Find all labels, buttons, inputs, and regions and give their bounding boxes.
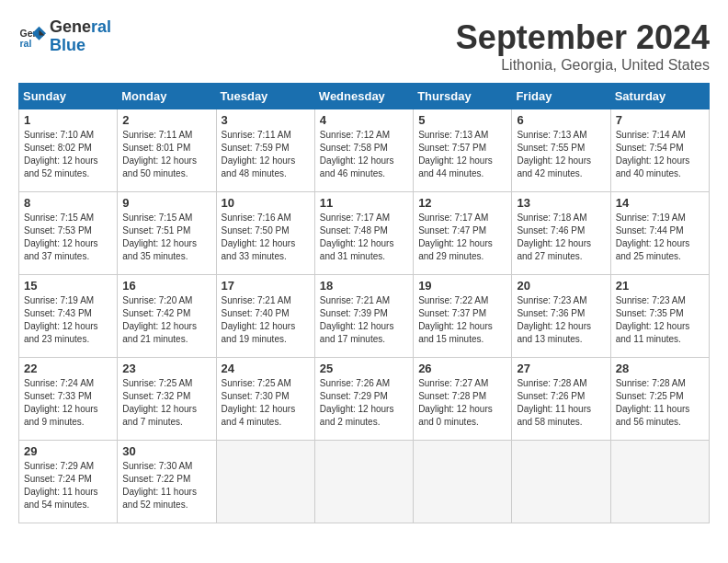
day-info: Sunrise: 7:18 AM Sunset: 7:46 PM Dayligh… bbox=[517, 212, 605, 263]
sunset-label: Sunset: 7:47 PM bbox=[418, 225, 486, 236]
day-info: Sunrise: 7:26 AM Sunset: 7:29 PM Dayligh… bbox=[320, 377, 408, 429]
logo-icon: Gene ral bbox=[18, 23, 46, 51]
day-number: 12 bbox=[418, 196, 506, 210]
sunrise-label: Sunrise: 7:30 AM bbox=[122, 461, 192, 471]
day-number: 7 bbox=[616, 113, 704, 127]
col-friday: Friday bbox=[512, 84, 610, 109]
day-number: 24 bbox=[222, 362, 310, 375]
table-row: 28 Sunrise: 7:28 AM Sunset: 7:25 PM Dayl… bbox=[610, 358, 709, 441]
day-number: 29 bbox=[24, 444, 112, 458]
daylight-label: Daylight: 12 hours and 31 minutes. bbox=[320, 238, 394, 261]
day-number: 28 bbox=[616, 362, 704, 375]
sunset-label: Sunset: 7:57 PM bbox=[418, 143, 486, 153]
sunrise-label: Sunrise: 7:11 AM bbox=[122, 130, 192, 140]
sunset-label: Sunset: 7:54 PM bbox=[616, 143, 684, 153]
calendar-row: 1 Sunrise: 7:10 AM Sunset: 8:02 PM Dayli… bbox=[19, 109, 710, 192]
sunrise-label: Sunrise: 7:17 AM bbox=[320, 213, 390, 223]
day-number: 4 bbox=[320, 113, 408, 127]
logo: Gene ral General Blue bbox=[18, 18, 111, 55]
sunrise-label: Sunrise: 7:23 AM bbox=[517, 295, 586, 305]
daylight-label: Daylight: 12 hours and 9 minutes. bbox=[24, 404, 98, 427]
day-info: Sunrise: 7:27 AM Sunset: 7:28 PM Dayligh… bbox=[418, 377, 506, 429]
day-number: 9 bbox=[122, 196, 210, 210]
day-info: Sunrise: 7:21 AM Sunset: 7:39 PM Dayligh… bbox=[320, 294, 408, 346]
col-sunday: Sunday bbox=[19, 84, 118, 109]
sunset-label: Sunset: 7:22 PM bbox=[122, 474, 190, 484]
sunset-label: Sunset: 7:44 PM bbox=[616, 225, 684, 236]
table-row: 23 Sunrise: 7:25 AM Sunset: 7:32 PM Dayl… bbox=[118, 358, 216, 441]
day-info: Sunrise: 7:28 AM Sunset: 7:25 PM Dayligh… bbox=[616, 377, 704, 429]
day-info: Sunrise: 7:10 AM Sunset: 8:02 PM Dayligh… bbox=[24, 129, 112, 180]
daylight-label: Daylight: 12 hours and 29 minutes. bbox=[418, 238, 493, 261]
day-info: Sunrise: 7:19 AM Sunset: 7:44 PM Dayligh… bbox=[616, 212, 704, 263]
sunset-label: Sunset: 7:58 PM bbox=[320, 143, 388, 153]
sunset-label: Sunset: 7:55 PM bbox=[517, 143, 585, 153]
day-number: 25 bbox=[320, 362, 408, 375]
sunset-label: Sunset: 7:29 PM bbox=[320, 391, 388, 401]
sunset-label: Sunset: 7:40 PM bbox=[222, 308, 290, 318]
day-info: Sunrise: 7:25 AM Sunset: 7:30 PM Dayligh… bbox=[222, 377, 310, 429]
sunset-label: Sunset: 7:37 PM bbox=[418, 308, 486, 318]
table-row: 12 Sunrise: 7:17 AM Sunset: 7:47 PM Dayl… bbox=[414, 192, 512, 275]
table-row: 20 Sunrise: 7:23 AM Sunset: 7:36 PM Dayl… bbox=[512, 275, 610, 358]
sunrise-label: Sunrise: 7:22 AM bbox=[418, 295, 488, 305]
sunset-label: Sunset: 7:53 PM bbox=[24, 225, 92, 236]
sunset-label: Sunset: 7:36 PM bbox=[517, 308, 585, 318]
daylight-label: Daylight: 12 hours and 35 minutes. bbox=[122, 238, 197, 261]
table-row bbox=[610, 441, 709, 523]
daylight-label: Daylight: 12 hours and 50 minutes. bbox=[122, 155, 197, 178]
table-row: 18 Sunrise: 7:21 AM Sunset: 7:39 PM Dayl… bbox=[314, 275, 413, 358]
table-row: 19 Sunrise: 7:22 AM Sunset: 7:37 PM Dayl… bbox=[414, 275, 512, 358]
day-number: 11 bbox=[320, 196, 408, 210]
sunrise-label: Sunrise: 7:21 AM bbox=[222, 295, 291, 305]
col-saturday: Saturday bbox=[610, 84, 709, 109]
day-info: Sunrise: 7:16 AM Sunset: 7:50 PM Dayligh… bbox=[222, 212, 310, 263]
daylight-label: Daylight: 12 hours and 4 minutes. bbox=[222, 404, 296, 427]
table-row: 7 Sunrise: 7:14 AM Sunset: 7:54 PM Dayli… bbox=[610, 109, 709, 192]
table-row: 10 Sunrise: 7:16 AM Sunset: 7:50 PM Dayl… bbox=[216, 192, 314, 275]
day-info: Sunrise: 7:20 AM Sunset: 7:42 PM Dayligh… bbox=[122, 294, 210, 346]
day-number: 30 bbox=[122, 444, 210, 458]
day-number: 6 bbox=[517, 113, 605, 127]
table-row: 25 Sunrise: 7:26 AM Sunset: 7:29 PM Dayl… bbox=[314, 358, 413, 441]
day-number: 14 bbox=[616, 196, 704, 210]
day-number: 3 bbox=[222, 113, 310, 127]
day-info: Sunrise: 7:22 AM Sunset: 7:37 PM Dayligh… bbox=[418, 294, 506, 346]
table-row: 2 Sunrise: 7:11 AM Sunset: 8:01 PM Dayli… bbox=[118, 109, 216, 192]
sunset-label: Sunset: 7:24 PM bbox=[24, 474, 92, 484]
daylight-label: Daylight: 12 hours and 46 minutes. bbox=[320, 155, 394, 178]
daylight-label: Daylight: 12 hours and 40 minutes. bbox=[616, 155, 690, 178]
table-row: 11 Sunrise: 7:17 AM Sunset: 7:48 PM Dayl… bbox=[314, 192, 413, 275]
table-row: 17 Sunrise: 7:21 AM Sunset: 7:40 PM Dayl… bbox=[216, 275, 314, 358]
calendar-title: September 2024 bbox=[456, 18, 710, 57]
daylight-label: Daylight: 12 hours and 13 minutes. bbox=[517, 321, 591, 344]
sunrise-label: Sunrise: 7:27 AM bbox=[418, 378, 488, 388]
day-info: Sunrise: 7:23 AM Sunset: 7:36 PM Dayligh… bbox=[517, 294, 605, 346]
sunrise-label: Sunrise: 7:12 AM bbox=[320, 130, 390, 140]
col-wednesday: Wednesday bbox=[314, 84, 413, 109]
day-info: Sunrise: 7:23 AM Sunset: 7:35 PM Dayligh… bbox=[616, 294, 704, 346]
calendar-row: 22 Sunrise: 7:24 AM Sunset: 7:33 PM Dayl… bbox=[19, 358, 710, 441]
day-number: 20 bbox=[517, 279, 605, 293]
table-row: 15 Sunrise: 7:19 AM Sunset: 7:43 PM Dayl… bbox=[19, 275, 118, 358]
sunset-label: Sunset: 7:42 PM bbox=[122, 308, 190, 318]
page-header: Gene ral General Blue September 2024 Lit… bbox=[18, 18, 710, 74]
daylight-label: Daylight: 12 hours and 21 minutes. bbox=[122, 321, 197, 344]
sunrise-label: Sunrise: 7:15 AM bbox=[122, 213, 192, 223]
logo-text: General Blue bbox=[50, 18, 111, 55]
sunrise-label: Sunrise: 7:25 AM bbox=[122, 378, 192, 388]
day-number: 17 bbox=[222, 279, 310, 293]
day-number: 26 bbox=[418, 362, 506, 375]
sunset-label: Sunset: 7:28 PM bbox=[418, 391, 486, 401]
sunset-label: Sunset: 7:51 PM bbox=[122, 225, 190, 236]
sunset-label: Sunset: 7:39 PM bbox=[320, 308, 388, 318]
day-number: 18 bbox=[320, 279, 408, 293]
daylight-label: Daylight: 11 hours and 52 minutes. bbox=[122, 487, 197, 510]
sunrise-label: Sunrise: 7:28 AM bbox=[517, 378, 586, 388]
sunrise-label: Sunrise: 7:19 AM bbox=[616, 213, 686, 223]
sunrise-label: Sunrise: 7:13 AM bbox=[517, 130, 586, 140]
day-info: Sunrise: 7:15 AM Sunset: 7:53 PM Dayligh… bbox=[24, 212, 112, 263]
day-info: Sunrise: 7:24 AM Sunset: 7:33 PM Dayligh… bbox=[24, 377, 112, 429]
calendar-table: Sunday Monday Tuesday Wednesday Thursday… bbox=[18, 83, 710, 523]
daylight-label: Daylight: 12 hours and 19 minutes. bbox=[222, 321, 296, 344]
